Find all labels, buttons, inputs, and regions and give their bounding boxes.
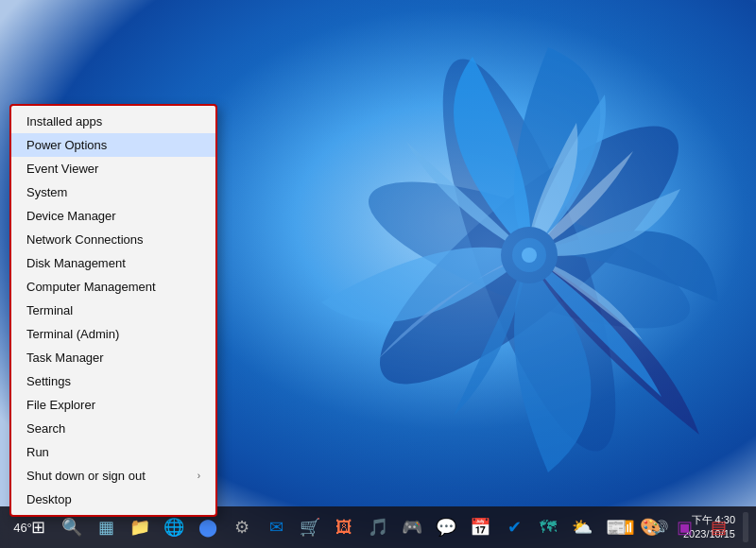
- taskbar-icon-xbox[interactable]: 🎮: [397, 512, 427, 542]
- context-menu-item-power-options[interactable]: Power Options: [11, 133, 215, 157]
- context-menu-item-installed-apps[interactable]: Installed apps: [11, 110, 215, 133]
- context-menu-item-shut-down-or-sign-out[interactable]: Shut down or sign out›: [11, 464, 215, 488]
- context-menu-item-computer-management[interactable]: Computer Management: [11, 275, 215, 299]
- context-menu: Installed appsPower OptionsEvent ViewerS…: [9, 104, 217, 517]
- context-menu-item-run[interactable]: Run: [11, 440, 215, 464]
- taskbar-icon-weather[interactable]: ⛅: [567, 512, 597, 542]
- context-menu-item-terminal-(admin)[interactable]: Terminal (Admin): [11, 322, 215, 346]
- taskbar-icon-mail[interactable]: ✉: [261, 512, 291, 542]
- taskbar-icon-app1[interactable]: ▣: [669, 512, 699, 542]
- context-menu-item-disk-management[interactable]: Disk Management: [11, 251, 215, 275]
- context-menu-item-network-connections[interactable]: Network Connections: [11, 228, 215, 251]
- taskbar-icon-maps[interactable]: 🗺: [533, 512, 563, 542]
- taskbar-icon-photos[interactable]: 🖼: [329, 512, 359, 542]
- taskbar-icon-calendar[interactable]: 📅: [465, 512, 495, 542]
- context-menu-item-event-viewer[interactable]: Event Viewer: [11, 157, 215, 180]
- context-menu-item-terminal[interactable]: Terminal: [11, 299, 215, 322]
- context-menu-item-file-explorer[interactable]: File Explorer: [11, 393, 215, 417]
- context-menu-item-system[interactable]: System: [11, 180, 215, 204]
- context-menu-item-device-manager[interactable]: Device Manager: [11, 204, 215, 228]
- taskbar-icon-news[interactable]: 📰: [601, 512, 631, 542]
- taskbar-icon-settings[interactable]: ⚙: [227, 512, 257, 542]
- context-menu-item-task-manager[interactable]: Task Manager: [11, 346, 215, 369]
- taskbar-icon-music[interactable]: 🎵: [363, 512, 393, 542]
- show-desktop-button[interactable]: [743, 512, 748, 542]
- context-menu-item-search[interactable]: Search: [11, 417, 215, 440]
- taskbar-icon-teams[interactable]: 💬: [431, 512, 461, 542]
- taskbar-icon-store[interactable]: 🛒: [295, 512, 325, 542]
- context-menu-item-desktop[interactable]: Desktop: [11, 488, 215, 511]
- taskbar-icon-todo[interactable]: ✔: [499, 512, 529, 542]
- submenu-arrow-icon: ›: [198, 471, 200, 481]
- taskbar-icon-paint[interactable]: 🎨: [635, 512, 665, 542]
- taskbar-icon-app2[interactable]: ▤: [703, 512, 733, 542]
- context-menu-item-settings[interactable]: Settings: [11, 369, 215, 393]
